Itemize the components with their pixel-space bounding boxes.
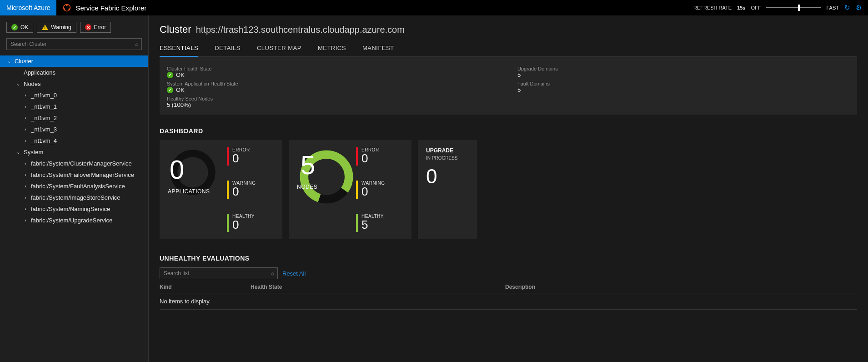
svg-point-1 [66,4,68,6]
svg-point-2 [69,8,70,10]
refresh-rate-slider[interactable] [766,7,821,8]
topbar: Microsoft Azure Service Fabric Explorer … [0,0,868,15]
applications-error-count: 0 [232,152,250,164]
tree-node-0[interactable]: ›_nt1vm_0 [0,90,148,101]
applications-count: 0 [170,156,220,183]
gear-icon[interactable]: ⚙ [856,4,862,12]
chevron-icon: ⌄ [6,59,12,64]
search-icon: ⌕ [271,270,274,277]
cluster-health-state-label: Cluster Health State [167,66,499,71]
col-description[interactable]: Description [505,284,857,290]
tab-manifest[interactable]: MANIFEST [362,42,394,56]
nodes-label: NODES [297,184,347,190]
tree-system-service-2[interactable]: ›fabric:/System/FaultAnalysisService [0,181,148,192]
tree-item-label: _nt1vm_1 [31,103,57,110]
filter-warning-button[interactable]: Warning [37,22,76,33]
upgrade-count: 0 [426,165,469,188]
upgrade-sub-label: IN PROGRESS [426,156,469,161]
chevron-icon: › [23,138,28,143]
sys-app-health-state-label: System Application Health State [167,81,499,86]
chevron-icon: › [23,184,28,189]
tree-node-2[interactable]: ›_nt1vm_2 [0,112,148,124]
nodes-card[interactable]: 5 NODES ERROR0 WARNING0 HEALTHY5 [289,140,411,239]
search-list-input[interactable] [160,267,278,279]
tree-system[interactable]: ⌄System [0,146,148,158]
upgrade-card[interactable]: UPGRADE IN PROGRESS 0 [418,140,477,239]
ok-icon: ✓ [167,87,173,93]
cluster-health-state-value: OK [176,71,185,78]
tree-node-4[interactable]: ›_nt1vm_4 [0,135,148,146]
tab-cluster-map[interactable]: CLUSTER MAP [257,42,301,56]
applications-healthy-count: 0 [232,219,255,231]
nodes-warning-count: 0 [361,186,385,197]
tree-item-label: fabric:/System/NamingService [31,206,110,212]
chevron-icon: › [23,93,28,98]
applications-card[interactable]: 0 APPLICATIONS ERROR0 WARNING0 HEALTHY0 [160,140,282,239]
tree-system-service-3[interactable]: ›fabric:/System/ImageStoreService [0,192,148,203]
tree: ⌄ClusterApplications⌄Nodes›_nt1vm_0›_nt1… [0,55,148,226]
page-title: Cluster [160,24,191,35]
tree-system-service-4[interactable]: ›fabric:/System/NamingService [0,203,148,215]
svg-point-3 [64,8,65,10]
tree-item-label: _nt1vm_2 [31,115,57,121]
tree-item-label: _nt1vm_0 [31,92,57,99]
service-fabric-icon [63,4,71,12]
tree-cluster[interactable]: ⌄Cluster [0,55,148,67]
col-kind[interactable]: Kind [160,284,251,290]
fault-domains-label: Fault Domains [517,81,850,86]
ok-icon: ✓ [167,72,173,78]
dashboard-title: DASHBOARD [160,127,857,135]
tree-node-3[interactable]: ›_nt1vm_3 [0,124,148,135]
col-health-state[interactable]: Health State [251,284,505,290]
sys-app-health-state-value: OK [176,86,185,93]
applications-warning-count: 0 [232,186,256,197]
tab-metrics[interactable]: METRICS [318,42,346,56]
slider-off-label: OFF [751,5,761,10]
tree-item-label: fabric:/System/FaultAnalysisService [31,183,125,190]
sidebar: ✓OK Warning ✕Error ⌕ ⌄ClusterApplication… [0,15,149,362]
azure-brand[interactable]: Microsoft Azure [0,0,56,15]
tree-node-1[interactable]: ›_nt1vm_1 [0,101,148,112]
reset-all-link[interactable]: Reset All [282,270,306,277]
search-icon: ⌕ [135,41,138,47]
upgrade-domains-label: Upgrade Domains [517,66,850,71]
tree-item-label: Applications [24,69,55,76]
upgrade-domains-value: 5 [517,71,850,78]
slider-fast-label: FAST [826,5,839,10]
unhealthy-evals-title: UNHEALTHY EVALUATIONS [160,255,857,262]
tab-details[interactable]: DETAILS [215,42,241,56]
tree-nodes[interactable]: ⌄Nodes [0,78,148,90]
nodes-count: 5 [301,152,351,178]
content: Cluster https://trash123.southcentralus.… [149,15,868,362]
chevron-icon: › [23,161,28,166]
search-cluster-input[interactable] [6,38,142,50]
upgrade-label: UPGRADE [426,147,469,154]
refresh-icon[interactable]: ↻ [844,4,850,12]
chevron-icon: ⌄ [15,150,21,155]
tree-item-label: Cluster [15,58,33,65]
tree-item-label: fabric:/System/UpgradeService [31,217,112,224]
healthy-seed-nodes-label: Healthy Seed Nodes [167,96,499,101]
chevron-icon: › [23,195,28,200]
tree-item-label: _nt1vm_3 [31,126,57,133]
tree-item-label: Nodes [24,80,41,87]
chevron-icon: ⌄ [15,81,21,86]
nodes-error-count: 0 [361,152,379,164]
tab-essentials[interactable]: ESSENTIALS [160,42,198,57]
tree-item-label: _nt1vm_4 [31,137,57,144]
no-items-message: No items to display. [160,293,857,310]
tree-system-service-0[interactable]: ›fabric:/System/ClusterManagerService [0,158,148,169]
chevron-icon: › [23,206,28,211]
healthy-seed-nodes-value: 5 (100%) [167,101,499,108]
tree-item-label: fabric:/System/FailoverManagerService [31,171,134,178]
filter-ok-button[interactable]: ✓OK [6,22,33,33]
tree-item-label: System [24,149,43,156]
filter-error-button[interactable]: ✕Error [80,22,111,33]
tree-system-service-5[interactable]: ›fabric:/System/UpgradeService [0,215,148,226]
chevron-icon: › [23,127,28,132]
chevron-icon: › [23,116,28,121]
tree-item-label: fabric:/System/ImageStoreService [31,194,120,201]
tree-system-service-1[interactable]: ›fabric:/System/FailoverManagerService [0,169,148,181]
tree-applications[interactable]: Applications [0,67,148,78]
chevron-icon: › [23,218,28,223]
